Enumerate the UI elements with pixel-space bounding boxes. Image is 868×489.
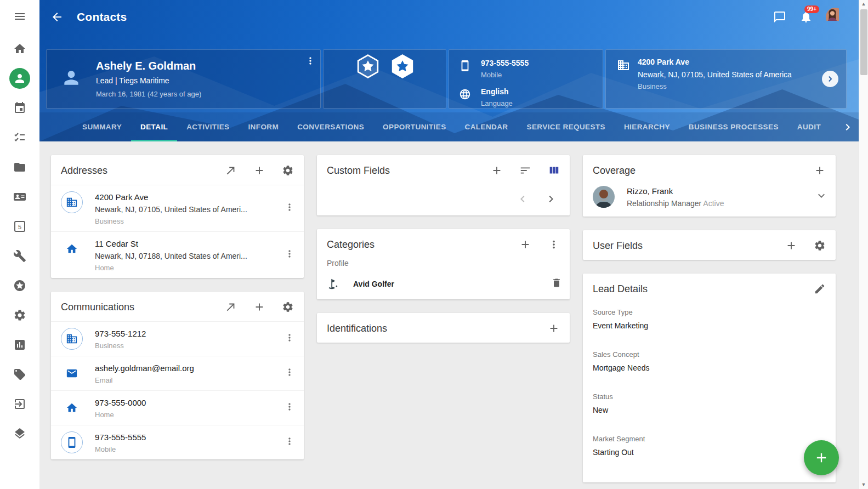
sidebar-item-calendar[interactable] [0,93,39,123]
columns-view-icon[interactable] [548,164,560,177]
tab-audit[interactable]: AUDIT [788,112,830,141]
coverage-avatar [593,186,615,208]
category-row[interactable]: Avid Golfer [317,273,570,299]
sidebar-item-sign-in[interactable] [0,389,39,419]
hamburger-menu-icon[interactable] [13,9,26,24]
coverage-expand-icon[interactable] [815,189,828,204]
addresses-settings-icon[interactable] [282,164,294,177]
scrollbar-thumb[interactable] [860,9,867,75]
sidebar-item-contact-cards[interactable] [0,182,39,212]
communication-row[interactable]: 973-555-5555 Mobile [51,425,304,459]
tab-business-processes[interactable]: BUSINESS PROCESSES [679,112,788,141]
sidebar-item-tags[interactable] [0,360,39,389]
address-city-line: Newark, NJ, 07105, United States of Amer… [638,70,792,79]
contact-banner: Ashely E. Goldman Lead | Tiegs Maritime … [39,34,859,112]
open-in-new-icon[interactable] [225,164,237,177]
tab-inform[interactable]: INFORM [239,112,288,141]
gear-icon [13,309,26,322]
add-user-field-icon[interactable] [785,240,797,252]
user-fields-settings-icon[interactable] [814,240,826,252]
contact-name: Ashely E. Goldman [96,60,201,72]
sidebar-item-tasks[interactable] [0,123,39,152]
sidebar-item-tools[interactable] [0,241,39,271]
scroll-down-icon[interactable]: ▼ [861,482,866,487]
back-arrow-icon[interactable] [50,10,64,24]
add-address-icon[interactable] [253,164,265,177]
address-street: 4200 Park Ave [95,192,281,202]
tab-detail[interactable]: DETAIL [131,112,177,141]
tab-service-requests[interactable]: SERVICE REQUESTS [518,112,615,141]
add-category-icon[interactable] [519,238,531,251]
sidebar-item-favorites[interactable] [0,271,39,300]
add-coverage-icon[interactable] [814,164,826,177]
contact-birthdate: March 16, 1981 (42 years of age) [96,90,201,98]
sidebar-item-settings[interactable] [0,300,39,330]
tab-activities[interactable]: ACTIVITIES [177,112,239,141]
address-more-options-icon[interactable] [281,198,298,218]
sort-icon[interactable] [519,164,531,177]
delete-category-icon[interactable] [551,277,562,291]
contact-type: Lead | Tiegs Maritime [96,76,201,85]
banner-next-button[interactable] [822,71,838,87]
contact-summary-card: Ashely E. Goldman Lead | Tiegs Maritime … [46,49,321,109]
communication-more-options-icon[interactable] [281,398,298,418]
address-row[interactable]: 4200 Park Ave Newark, NJ, 07105, United … [51,185,304,231]
sidebar-item-analytics[interactable] [0,330,39,360]
tab-hierarchy[interactable]: HIERARCHY [615,112,679,141]
address-more-options-icon[interactable] [281,245,298,265]
person-icon [13,72,26,85]
communications-card: Communications 973-555-1212 Business [51,292,304,459]
sidebar-item-contacts-active[interactable] [0,64,39,93]
primary-phone-row[interactable]: 973-555-5555 Mobile [459,59,603,79]
sidebar-item-filter-5[interactable] [0,212,39,241]
address-row[interactable]: 11 Cedar St Newark, NJ, 07188, United St… [51,231,304,278]
field-value: Starting Out [593,448,826,457]
categories-title: Categories [327,239,519,251]
tab-calendar[interactable]: CALENDAR [456,112,518,141]
page-next-icon[interactable] [544,192,558,206]
communication-row[interactable]: 973-555-1212 Business [51,321,304,356]
communication-row[interactable]: 973-555-0000 Home [51,390,304,425]
star-hexagon-badge-1[interactable] [355,53,381,79]
communication-more-options-icon[interactable] [281,363,298,383]
sidebar-item-home[interactable] [0,34,39,64]
communication-more-options-icon[interactable] [281,433,298,452]
tabs-scroll-right-icon[interactable] [841,112,854,141]
mobile-phone-icon [459,60,471,72]
star-hexagon-badge-2[interactable] [389,53,416,79]
checklist-icon [13,131,26,144]
sidebar-item-layers[interactable] [0,419,39,448]
building-icon [617,59,630,72]
sidebar-item-files[interactable] [0,152,39,182]
communication-row[interactable]: ashely.goldman@email.org Email [51,356,304,390]
field-label: Market Segment [593,435,826,443]
add-communication-icon[interactable] [253,301,265,313]
page-previous-icon[interactable] [516,192,529,206]
chat-icon[interactable] [773,10,786,24]
contact-more-options-icon[interactable] [305,55,316,69]
language-row[interactable]: English Language [459,87,603,107]
tab-opportunities[interactable]: OPPORTUNITIES [373,112,455,141]
tab-conversations[interactable]: CONVERSATIONS [288,112,373,141]
notifications-bell-icon[interactable]: 99+ [799,10,813,24]
communication-more-options-icon[interactable] [281,329,298,349]
contact-badges-card [323,49,446,109]
add-record-fab[interactable] [804,440,839,475]
address-street: 11 Cedar St [95,239,281,248]
categories-more-options-icon[interactable] [548,238,560,251]
communication-label: Business [95,342,281,350]
user-avatar[interactable] [826,8,844,26]
notification-badge: 99+ [804,5,819,13]
communication-value: 973-555-5555 [95,433,281,442]
scroll-up-icon[interactable]: ▲ [861,2,866,7]
vertical-scrollbar[interactable]: ▲ ▼ [859,0,868,489]
tab-summary[interactable]: SUMMARY [73,112,131,141]
field-label: Sales Concept [593,350,826,359]
communications-settings-icon[interactable] [282,301,294,313]
golf-flag-icon [327,278,343,290]
edit-lead-details-icon[interactable] [814,283,826,295]
open-in-new-icon[interactable] [225,301,237,313]
add-identification-icon[interactable] [548,322,560,334]
coverage-row[interactable]: Rizzo, Frank Relationship Manager Active [583,185,836,217]
add-custom-field-icon[interactable] [491,164,503,177]
